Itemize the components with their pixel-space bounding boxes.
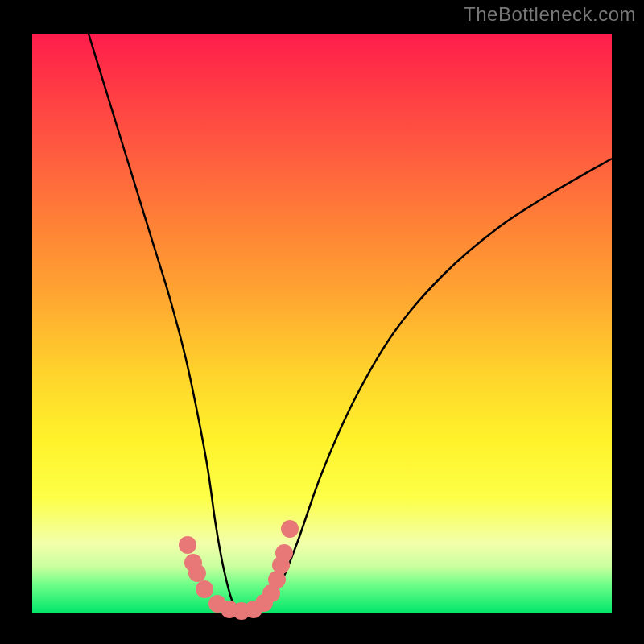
curve-marker-dot [179, 536, 196, 554]
curve-markers [179, 520, 299, 620]
watermark-text: TheBottleneck.com [464, 3, 636, 26]
chart-svg [32, 34, 612, 613]
curve-marker-dot [196, 580, 213, 598]
bottleneck-curve [89, 34, 612, 611]
curve-marker-dot [275, 544, 293, 562]
curve-marker-dot [281, 520, 299, 538]
chart-stage: TheBottleneck.com [0, 0, 644, 644]
curve-marker-dot [188, 564, 206, 582]
